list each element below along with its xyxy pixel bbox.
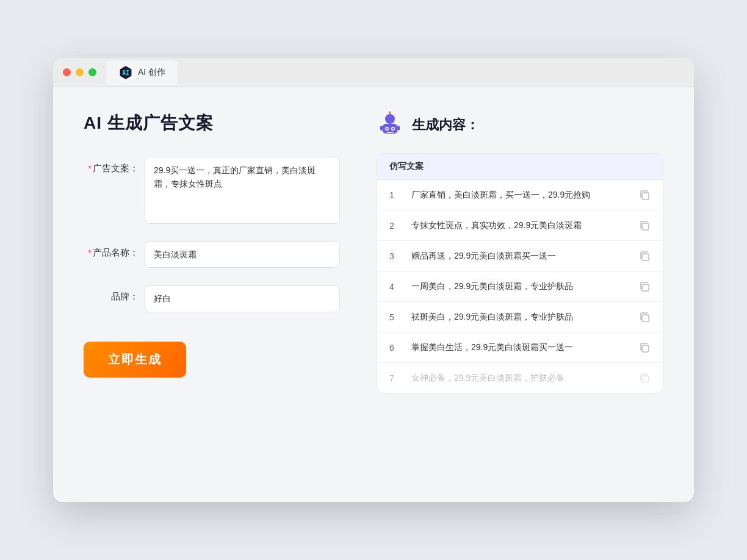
required-star-1: * xyxy=(88,163,92,173)
row-text: 赠品再送，29.9元美白淡斑霜买一送一 xyxy=(411,249,629,262)
svg-rect-14 xyxy=(642,223,649,230)
svg-rect-16 xyxy=(642,284,649,291)
table-header: 仿写文案 xyxy=(377,154,663,180)
svg-point-10 xyxy=(386,128,388,130)
minimize-button[interactable] xyxy=(76,68,84,76)
table-row: 6 掌握美白生活，29.9元美白淡斑霜买一送一 xyxy=(377,332,663,363)
browser-window: AI AI 创作 AI 生成广告文案 *广告文案： 29.9买一送一，真正的厂家… xyxy=(53,58,694,502)
table-row: 4 一周美白，29.9元美白淡斑霜，专业护肤品 xyxy=(377,271,663,302)
tab-label: AI 创作 xyxy=(138,67,165,78)
row-number: 2 xyxy=(389,221,402,231)
table-row: 7 女神必备，29.9元美白淡斑霜，护肤必备 xyxy=(377,363,663,393)
table-row: 1 厂家直销，美白淡斑霜，买一送一，29.9元抢购 xyxy=(377,180,663,210)
product-name-label: *产品名称： xyxy=(84,241,139,259)
svg-rect-19 xyxy=(642,376,649,382)
ai-tab-icon: AI xyxy=(118,65,133,80)
row-number: 7 xyxy=(389,373,402,383)
left-panel: AI 生成广告文案 *广告文案： 29.9买一送一，真正的厂家直销，美白淡斑霜，… xyxy=(84,112,340,478)
close-button[interactable] xyxy=(63,68,71,76)
row-text: 女神必备，29.9元美白淡斑霜，护肤必备 xyxy=(411,372,629,384)
row-text: 厂家直销，美白淡斑霜，买一送一，29.9元抢购 xyxy=(411,188,629,201)
title-bar: AI AI 创作 xyxy=(53,58,694,87)
generate-button[interactable]: 立即生成 xyxy=(84,342,186,378)
row-text: 掌握美白生活，29.9元美白淡斑霜买一送一 xyxy=(411,341,629,354)
row-number: 1 xyxy=(389,190,402,200)
svg-rect-17 xyxy=(642,315,649,321)
required-star-2: * xyxy=(88,247,92,257)
copy-icon[interactable] xyxy=(638,220,651,232)
copy-icon[interactable] xyxy=(638,372,651,384)
copy-icon[interactable] xyxy=(638,281,651,293)
ai-tab[interactable]: AI AI 创作 xyxy=(106,60,178,85)
row-text: 一周美白，29.9元美白淡斑霜，专业护肤品 xyxy=(411,280,629,293)
robot-icon xyxy=(377,112,403,138)
ad-copy-input[interactable]: 29.9买一送一，真正的厂家直销，美白淡斑霜，专抹女性斑点 xyxy=(145,157,340,224)
svg-text:AI: AI xyxy=(122,69,129,76)
table-row: 5 祛斑美白，29.9元美白淡斑霜，专业护肤品 xyxy=(377,302,663,332)
svg-rect-8 xyxy=(380,126,383,131)
copy-icon[interactable] xyxy=(638,311,651,323)
svg-rect-18 xyxy=(642,345,649,352)
table-row: 2 专抹女性斑点，真实功效，29.9元美白淡斑霜 xyxy=(377,210,663,241)
result-title: 生成内容： xyxy=(412,116,479,134)
svg-point-2 xyxy=(385,114,395,124)
brand-group: 品牌： xyxy=(84,285,340,312)
svg-point-11 xyxy=(392,128,394,130)
page-title: AI 生成广告文案 xyxy=(84,112,340,135)
maximize-button[interactable] xyxy=(88,68,96,76)
row-number: 4 xyxy=(389,282,402,292)
product-name-input[interactable] xyxy=(145,241,340,268)
result-table: 仿写文案 1 厂家直销，美白淡斑霜，买一送一，29.9元抢购 2 专抹女性斑点，… xyxy=(377,153,663,393)
row-number: 5 xyxy=(389,312,402,322)
copy-icon[interactable] xyxy=(638,342,651,354)
traffic-lights xyxy=(63,68,96,76)
brand-label: 品牌： xyxy=(84,285,139,303)
svg-rect-13 xyxy=(642,193,649,199)
copy-icon[interactable] xyxy=(638,250,651,262)
svg-rect-9 xyxy=(397,126,400,131)
row-number: 6 xyxy=(389,343,402,353)
svg-rect-15 xyxy=(642,254,649,260)
content-area: AI 生成广告文案 *广告文案： 29.9买一送一，真正的厂家直销，美白淡斑霜，… xyxy=(53,87,694,502)
row-text: 专抹女性斑点，真实功效，29.9元美白淡斑霜 xyxy=(411,219,629,232)
row-text: 祛斑美白，29.9元美白淡斑霜，专业护肤品 xyxy=(411,311,629,323)
brand-input[interactable] xyxy=(145,285,340,312)
table-row: 3 赠品再送，29.9元美白淡斑霜买一送一 xyxy=(377,241,663,271)
ad-copy-label: *广告文案： xyxy=(84,157,139,174)
svg-point-7 xyxy=(389,112,391,113)
row-number: 3 xyxy=(389,251,402,261)
ad-copy-group: *广告文案： 29.9买一送一，真正的厂家直销，美白淡斑霜，专抹女性斑点 xyxy=(84,157,340,224)
right-panel: 生成内容： 仿写文案 1 厂家直销，美白淡斑霜，买一送一，29.9元抢购 2 专… xyxy=(377,112,663,478)
product-name-group: *产品名称： xyxy=(84,241,340,268)
result-header: 生成内容： xyxy=(377,112,663,138)
copy-icon[interactable] xyxy=(638,189,651,201)
